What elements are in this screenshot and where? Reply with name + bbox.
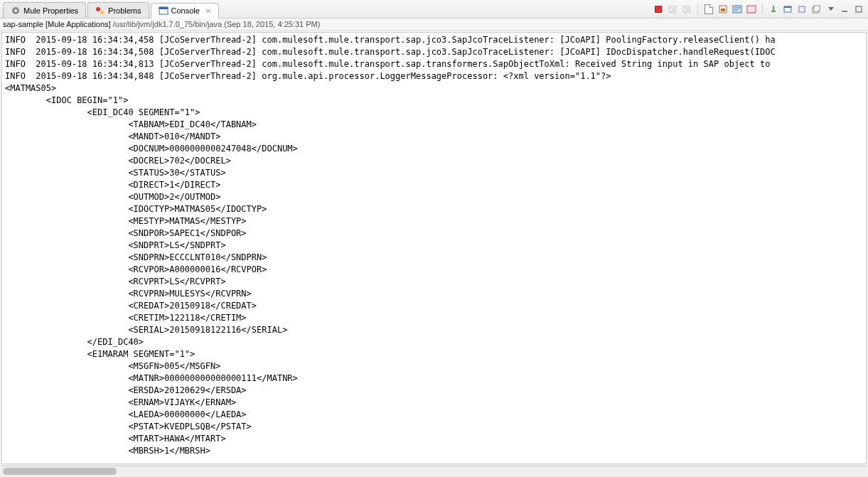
svg-rect-7: [721, 9, 725, 11]
svg-rect-15: [842, 11, 847, 12]
horizontal-scrollbar[interactable]: [1, 466, 867, 476]
tab-label: Problems: [108, 6, 141, 15]
launch-description: sap-sample [Mule Applications] /usr/lib/…: [0, 18, 868, 31]
svg-rect-14: [814, 6, 820, 11]
clear-console-icon[interactable]: [702, 3, 715, 16]
tab-label: Console: [171, 6, 200, 15]
toolbar-separator: [697, 4, 698, 15]
console-toolbar: [652, 3, 865, 16]
remove-terminated-icon[interactable]: [666, 3, 679, 16]
new-console-icon[interactable]: [810, 3, 823, 16]
view-tab-bar: Mule Properties Problems Console ✕: [0, 0, 868, 18]
scrollbar-thumb[interactable]: [3, 468, 117, 475]
pin-console-icon[interactable]: [767, 3, 780, 16]
svg-rect-5: [159, 7, 168, 9]
show-console-icon[interactable]: [745, 3, 758, 16]
terminate-icon[interactable]: [652, 3, 665, 16]
svg-rect-12: [799, 6, 805, 12]
svg-rect-8: [733, 6, 741, 13]
launch-title: sap-sample [Mule Applications]: [3, 20, 111, 28]
launch-path: /usr/lib/jvm/jdk1.7.0_75/bin/java: [113, 20, 222, 28]
scroll-lock-icon[interactable]: [717, 3, 729, 16]
tab-mule-properties[interactable]: Mule Properties: [3, 2, 86, 18]
console-text: INFO 2015-09-18 16:34:34,458 [JCoServerT…: [2, 33, 866, 459]
tab-console[interactable]: Console ✕: [151, 3, 219, 18]
remove-all-terminated-icon[interactable]: [680, 3, 693, 16]
console-output-area[interactable]: INFO 2015-09-18 16:34:34,458 [JCoServerT…: [1, 32, 867, 464]
problems-icon: [95, 6, 105, 16]
tab-label: Mule Properties: [23, 6, 78, 15]
svg-rect-3: [100, 11, 104, 14]
tab-problems[interactable]: Problems: [87, 2, 149, 18]
toolbar-separator: [762, 4, 763, 15]
word-wrap-icon[interactable]: [731, 3, 744, 16]
minimize-icon[interactable]: [838, 3, 851, 16]
dropdown-icon[interactable]: [824, 3, 837, 16]
close-icon[interactable]: ✕: [205, 7, 211, 15]
gear-icon: [11, 6, 21, 16]
svg-point-2: [96, 7, 100, 11]
maximize-icon[interactable]: [852, 3, 865, 16]
svg-point-1: [14, 9, 17, 12]
tabs-container: Mule Properties Problems Console ✕: [3, 0, 220, 18]
open-console-icon[interactable]: [795, 3, 808, 16]
svg-rect-11: [784, 6, 791, 8]
svg-rect-9: [747, 6, 756, 13]
display-selected-icon[interactable]: [781, 3, 794, 16]
launch-timestamp: (Sep 18, 2015, 4:25:31 PM): [224, 20, 320, 28]
svg-rect-16: [856, 6, 862, 12]
console-icon: [159, 6, 168, 16]
